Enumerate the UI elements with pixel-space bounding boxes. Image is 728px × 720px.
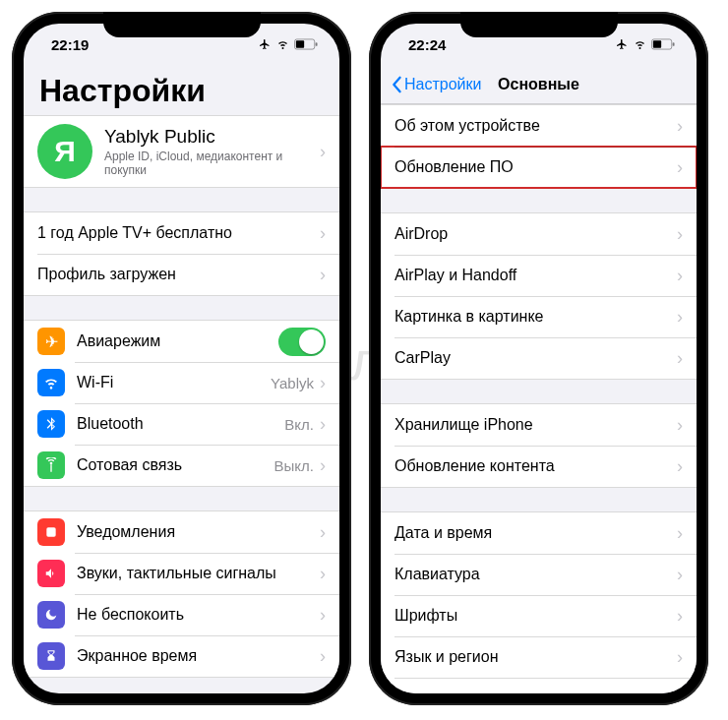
chevron-right-icon: › <box>677 690 683 693</box>
wifi-icon <box>275 38 290 50</box>
profile-loaded-row[interactable]: Профиль загружен › <box>24 254 339 295</box>
keyboard-row[interactable]: Клавиатура› <box>381 554 697 595</box>
datetime-row[interactable]: Дата и время› <box>381 512 697 554</box>
notifications-icon <box>37 518 65 546</box>
row-detail: Выкл. <box>274 457 314 474</box>
chevron-right-icon: › <box>677 416 683 434</box>
status-icons <box>615 38 675 50</box>
background-refresh-row[interactable]: Обновление контента› <box>381 446 697 487</box>
airplane-toggle[interactable] <box>278 328 326 356</box>
svg-rect-11 <box>673 42 675 46</box>
chevron-right-icon: › <box>677 457 683 475</box>
screen-right: 22:24 Настройки Основные Об этом устройс… <box>381 24 697 693</box>
row-label: Язык и регион <box>394 648 677 666</box>
antenna-icon <box>37 451 65 479</box>
airplay-row[interactable]: AirPlay и Handoff› <box>381 255 697 296</box>
dictionary-row[interactable]: Словарь› <box>381 678 697 693</box>
row-label: Обновление контента <box>394 457 677 475</box>
wifi-icon <box>37 369 65 396</box>
notch <box>103 12 261 37</box>
row-label: 1 год Apple TV+ бесплатно <box>37 224 320 242</box>
chevron-right-icon: › <box>677 349 683 367</box>
status-time: 22:24 <box>408 36 446 53</box>
airplane-mode-row[interactable]: ✈︎ Авиарежим <box>24 321 339 362</box>
row-label: Хранилище iPhone <box>394 416 677 434</box>
row-label: Профиль загружен <box>37 266 320 283</box>
chevron-right-icon: › <box>320 565 326 582</box>
about-row[interactable]: Об этом устройстве › <box>381 105 697 147</box>
language-row[interactable]: Язык и регион› <box>381 636 697 678</box>
chevron-right-icon: › <box>677 117 683 135</box>
row-label: Экранное время <box>77 647 320 665</box>
row-label: Не беспокоить <box>77 606 320 624</box>
dnd-row[interactable]: Не беспокоить › <box>24 594 339 635</box>
chevron-right-icon: › <box>320 523 326 541</box>
chevron-right-icon: › <box>320 374 326 391</box>
chevron-right-icon: › <box>677 524 683 542</box>
apple-id-row[interactable]: Я Yablyk Public Apple ID, iCloud, медиак… <box>24 116 339 187</box>
storage-row[interactable]: Хранилище iPhone› <box>381 404 697 446</box>
avatar: Я <box>37 124 92 179</box>
sounds-row[interactable]: Звуки, тактильные сигналы › <box>24 553 339 594</box>
row-label: Сотовая связь <box>77 456 274 474</box>
svg-point-3 <box>50 462 53 465</box>
row-detail: Yablyk <box>271 375 314 391</box>
svg-rect-10 <box>653 40 661 47</box>
chevron-right-icon: › <box>677 158 683 176</box>
chevron-right-icon: › <box>677 607 683 625</box>
chevron-right-icon: › <box>677 267 683 284</box>
chevron-right-icon: › <box>320 143 326 160</box>
profile-sub: Apple ID, iCloud, медиаконтент и покупки <box>104 150 320 177</box>
notifications-row[interactable]: Уведомления › <box>24 511 339 553</box>
airplane-icon: ✈︎ <box>37 328 65 355</box>
chevron-right-icon: › <box>320 647 326 665</box>
chevron-right-icon: › <box>677 566 683 583</box>
svg-rect-4 <box>46 527 55 536</box>
row-label: Об этом устройстве <box>394 117 677 135</box>
status-time: 22:19 <box>51 36 89 53</box>
bluetooth-row[interactable]: Bluetooth Вкл. › <box>24 403 339 445</box>
cellular-row[interactable]: Сотовая связь Выкл. › <box>24 445 339 486</box>
hourglass-icon <box>37 642 65 670</box>
general-content[interactable]: Об этом устройстве › Обновление ПО › Air… <box>381 104 697 693</box>
phone-right: 22:24 Настройки Основные Об этом устройс… <box>369 12 708 705</box>
chevron-right-icon: › <box>677 308 683 326</box>
chevron-right-icon: › <box>320 606 326 624</box>
back-label: Настройки <box>404 76 481 93</box>
moon-icon <box>37 601 65 629</box>
profile-name: Yablyk Public <box>104 126 320 148</box>
svg-rect-2 <box>316 42 318 46</box>
chevron-right-icon: › <box>677 225 683 243</box>
row-label: Обновление ПО <box>394 158 677 176</box>
notch <box>460 12 618 37</box>
row-label: Авиарежим <box>77 332 278 350</box>
fonts-row[interactable]: Шрифты› <box>381 595 697 636</box>
chevron-right-icon: › <box>320 456 326 474</box>
row-label: Шрифты <box>394 607 677 625</box>
row-detail: Вкл. <box>284 416 314 433</box>
row-label: Звуки, тактильные сигналы <box>77 565 320 582</box>
airplane-icon <box>615 38 629 50</box>
row-label: Дата и время <box>394 524 677 542</box>
back-button[interactable]: Настройки <box>391 76 481 93</box>
status-icons <box>258 38 318 50</box>
row-label: Уведомления <box>77 523 320 541</box>
wifi-icon <box>633 38 647 50</box>
chevron-right-icon: › <box>677 648 683 666</box>
software-update-row[interactable]: Обновление ПО › <box>381 147 697 188</box>
airdrop-row[interactable]: AirDrop› <box>381 213 697 255</box>
row-label: AirDrop <box>394 225 677 243</box>
screen-left: 22:19 Настройки Я Yablyk Public Apple ID… <box>24 24 339 693</box>
wifi-row[interactable]: Wi-Fi Yablyk › <box>24 362 339 403</box>
pip-row[interactable]: Картинка в картинке› <box>381 296 697 337</box>
battery-icon <box>294 38 318 50</box>
page-title: Настройки <box>24 65 339 115</box>
appletv-offer-row[interactable]: 1 год Apple TV+ бесплатно › <box>24 212 339 254</box>
bluetooth-icon <box>37 410 65 438</box>
row-label: Wi-Fi <box>77 374 271 391</box>
row-label: CarPlay <box>394 349 677 367</box>
settings-content[interactable]: Настройки Я Yablyk Public Apple ID, iClo… <box>24 65 339 693</box>
screentime-row[interactable]: Экранное время › <box>24 635 339 677</box>
svg-rect-1 <box>296 40 304 47</box>
carplay-row[interactable]: CarPlay› <box>381 337 697 379</box>
